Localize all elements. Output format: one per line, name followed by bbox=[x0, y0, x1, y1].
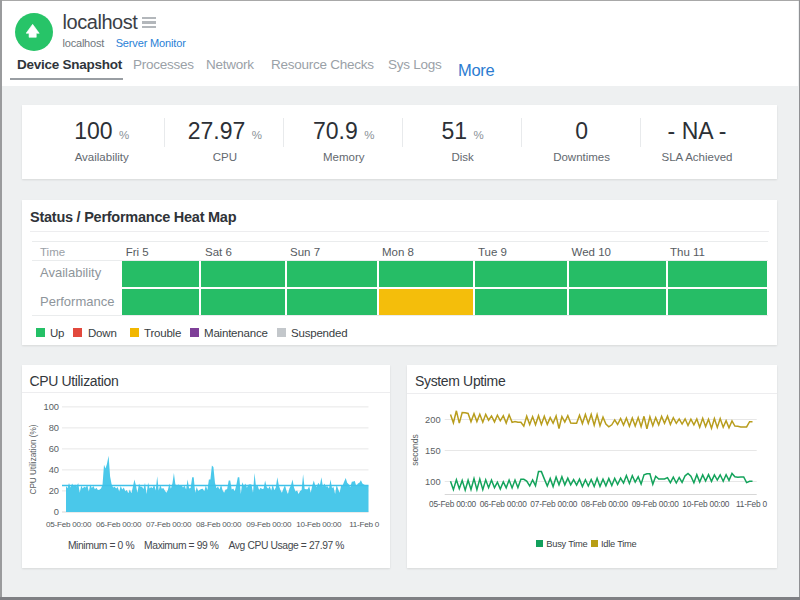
svg-text:20: 20 bbox=[49, 486, 59, 496]
svg-text:150: 150 bbox=[425, 446, 441, 456]
svg-text:40: 40 bbox=[49, 465, 59, 475]
svg-text:200: 200 bbox=[425, 415, 441, 425]
svg-text:100: 100 bbox=[43, 402, 59, 412]
svg-text:0: 0 bbox=[54, 507, 59, 517]
svg-text:80: 80 bbox=[49, 423, 59, 433]
svg-text:CPU Utilization (%): CPU Utilization (%) bbox=[29, 424, 38, 494]
svg-text:100: 100 bbox=[425, 477, 441, 487]
svg-text:seconds: seconds bbox=[410, 434, 420, 466]
svg-text:60: 60 bbox=[49, 444, 59, 454]
